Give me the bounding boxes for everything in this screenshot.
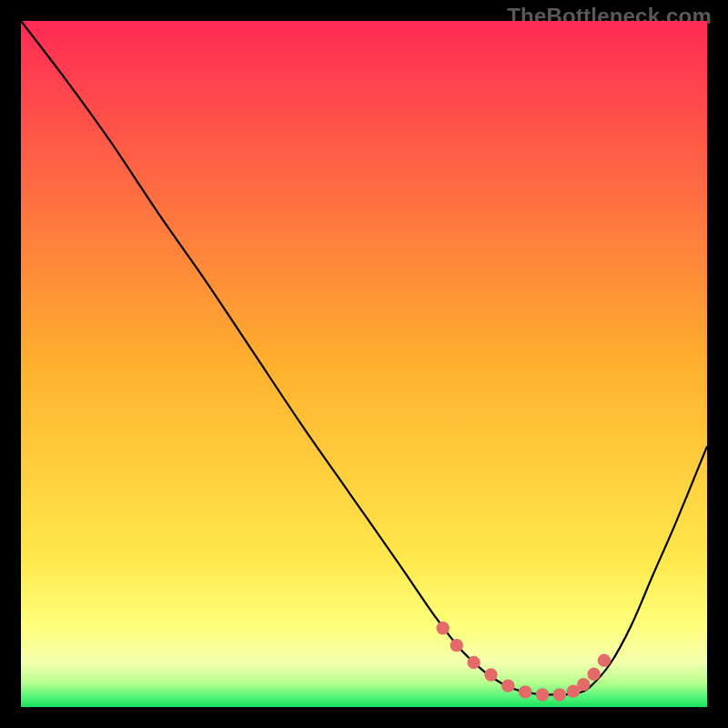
marker-dot [598,654,611,667]
marker-dot [467,656,480,669]
plot-area [21,21,707,707]
marker-dot [577,678,590,691]
marker-dot [536,688,549,701]
marker-dot [450,639,463,652]
marker-dot [484,668,497,681]
marker-dot [437,622,450,634]
marker-dot [501,679,514,692]
gradient-background [21,21,707,707]
chart-frame: TheBottleneck.com [0,0,728,728]
marker-dot [519,685,531,698]
marker-dot [587,668,600,681]
marker-dot [553,688,566,701]
plot-svg [21,21,707,707]
